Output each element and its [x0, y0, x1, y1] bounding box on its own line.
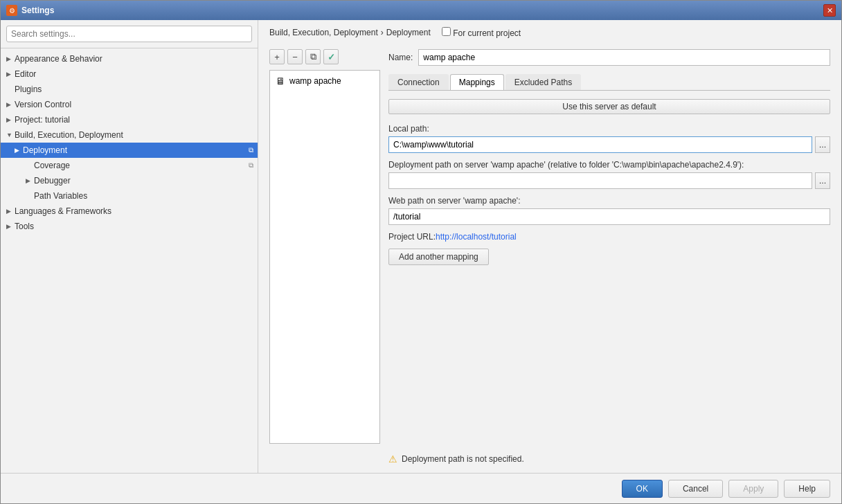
project-url-row: Project URL:http://localhost/tutorial: [388, 232, 830, 242]
warning-icon: ⚠: [388, 453, 397, 465]
name-label: Name:: [388, 53, 413, 62]
for-current-project-label: For current project: [453, 28, 521, 38]
sidebar-item-label: Tools: [15, 222, 34, 231]
local-path-label: Local path:: [388, 124, 830, 134]
close-button[interactable]: ✕: [823, 4, 836, 17]
web-path-input[interactable]: [388, 208, 830, 225]
sidebar-item-label: Version Control: [15, 100, 71, 109]
server-panel: + − ⧉ ✓ 🖥 wamp apache: [269, 49, 380, 473]
mappings-content: Use this server as default Local path: ……: [388, 99, 830, 473]
sidebar-item-label: Deployment: [23, 145, 67, 155]
use-default-button[interactable]: Use this server as default: [388, 99, 830, 114]
cancel-button[interactable]: Cancel: [668, 480, 723, 498]
spacer: [388, 273, 830, 448]
sidebar-item-languages[interactable]: ▶ Languages & Frameworks: [1, 204, 258, 219]
sidebar-item-project[interactable]: ▶ Project: tutorial: [1, 112, 258, 127]
settings-tree: ▶ Appearance & Behavior ▶ Editor Plugins…: [1, 48, 258, 473]
sidebar-item-coverage[interactable]: Coverage ⧉: [1, 158, 258, 173]
breadcrumb-part2: Deployment: [386, 28, 431, 37]
deployment-path-label: Deployment path on server 'wamp apache' …: [388, 160, 830, 170]
local-path-browse-button[interactable]: …: [815, 136, 830, 153]
deployment-path-row: …: [388, 172, 830, 189]
sidebar-item-label: Project: tutorial: [15, 115, 70, 125]
main-content: ▶ Appearance & Behavior ▶ Editor Plugins…: [1, 20, 841, 473]
sidebar-item-label: Appearance & Behavior: [15, 54, 102, 64]
title-bar-left: ⚙ Settings: [6, 5, 54, 16]
server-list-item-label: wamp apache: [289, 76, 341, 86]
tree-arrow: ▶: [26, 177, 34, 184]
check-server-button[interactable]: ✓: [323, 49, 339, 64]
remove-server-button[interactable]: −: [287, 49, 303, 64]
bottom-bar: OK Cancel Apply Help: [1, 473, 841, 503]
warning-row: ⚠ Deployment path is not specified.: [388, 448, 830, 473]
ok-button[interactable]: OK: [622, 480, 663, 498]
name-input[interactable]: [418, 49, 830, 66]
sidebar-item-tools[interactable]: ▶ Tools: [1, 219, 258, 234]
tab-mappings[interactable]: Mappings: [450, 74, 504, 90]
sidebar-item-build[interactable]: ▼ Build, Execution, Deployment: [1, 127, 258, 143]
sidebar-item-label: Editor: [15, 69, 36, 79]
sidebar-item-label: Plugins: [15, 84, 42, 94]
local-path-row: …: [388, 136, 830, 153]
local-path-section: Local path: …: [388, 124, 830, 153]
tree-arrow: ▶: [6, 55, 15, 62]
deployment-path-input[interactable]: [388, 172, 812, 189]
tree-arrow: ▶: [6, 208, 15, 215]
add-mapping-row: Add another mapping: [388, 249, 830, 265]
settings-panel: Name: Connection Mappings Excluded Paths…: [388, 49, 830, 473]
sidebar-item-version-control[interactable]: ▶ Version Control: [1, 97, 258, 112]
tabs: Connection Mappings Excluded Paths: [388, 74, 830, 91]
for-current-project-checkbox-row: For current project: [442, 27, 521, 38]
web-path-section: Web path on server 'wamp apache':: [388, 196, 830, 225]
sidebar-item-editor[interactable]: ▶ Editor: [1, 66, 258, 82]
server-toolbar: + − ⧉ ✓: [269, 49, 380, 64]
sidebar-item-label: Coverage: [34, 161, 70, 170]
tab-connection[interactable]: Connection: [388, 74, 449, 90]
tree-arrow: ▶: [15, 147, 23, 154]
breadcrumb-part1: Build, Execution, Deployment: [269, 28, 378, 37]
tree-arrow: ▼: [6, 132, 15, 138]
add-server-button[interactable]: +: [269, 49, 285, 64]
app-icon: ⚙: [6, 5, 17, 16]
tree-arrow: ▶: [6, 101, 15, 108]
settings-window: ⚙ Settings ✕ ▶ Appearance & Behavior ▶ E…: [0, 0, 842, 504]
right-area: Build, Execution, Deployment › Deploymen…: [258, 20, 841, 473]
copy-icon: ⧉: [249, 146, 258, 154]
name-row: Name:: [388, 49, 830, 66]
sidebar-item-label: Languages & Frameworks: [15, 206, 111, 216]
project-url-prefix: Project URL:: [388, 232, 436, 242]
sidebar-item-label: Debugger: [34, 176, 71, 186]
search-input[interactable]: [6, 26, 252, 42]
copy-server-button[interactable]: ⧉: [305, 49, 321, 64]
server-list-item[interactable]: 🖥 wamp apache: [273, 73, 377, 89]
sidebar-item-label: Path Variables: [34, 191, 87, 201]
breadcrumb: Build, Execution, Deployment › Deploymen…: [269, 27, 830, 38]
search-bar: [1, 20, 258, 48]
breadcrumb-arrow: ›: [381, 28, 384, 37]
for-current-project-checkbox[interactable]: [442, 27, 451, 36]
content-area: + − ⧉ ✓ 🖥 wamp apache: [269, 49, 830, 473]
deployment-path-browse-button[interactable]: …: [815, 172, 830, 189]
tree-arrow: ▶: [6, 116, 15, 123]
sidebar-item-path-variables[interactable]: Path Variables: [1, 188, 258, 204]
web-path-label: Web path on server 'wamp apache':: [388, 196, 830, 206]
tree-arrow: ▶: [6, 223, 15, 230]
sidebar-item-debugger[interactable]: ▶ Debugger: [1, 173, 258, 188]
deployment-path-section: Deployment path on server 'wamp apache' …: [388, 160, 830, 189]
sidebar-item-appearance[interactable]: ▶ Appearance & Behavior: [1, 51, 258, 66]
add-mapping-button[interactable]: Add another mapping: [388, 249, 489, 265]
server-list: 🖥 wamp apache: [269, 70, 380, 444]
copy-icon: ⧉: [249, 161, 258, 170]
sidebar-item-plugins[interactable]: Plugins: [1, 82, 258, 97]
sidebar: ▶ Appearance & Behavior ▶ Editor Plugins…: [1, 20, 258, 473]
project-url-link[interactable]: http://localhost/tutorial: [436, 232, 517, 242]
warning-text: Deployment path is not specified.: [402, 454, 524, 464]
apply-button[interactable]: Apply: [728, 480, 778, 498]
title-bar: ⚙ Settings ✕: [1, 1, 841, 20]
server-icon: 🖥: [276, 75, 285, 87]
help-button[interactable]: Help: [784, 480, 830, 498]
local-path-input[interactable]: [388, 136, 812, 153]
tab-excluded-paths[interactable]: Excluded Paths: [505, 74, 581, 90]
sidebar-item-deployment[interactable]: ▶ Deployment ⧉: [1, 143, 258, 158]
sidebar-item-label: Build, Execution, Deployment: [15, 130, 123, 140]
